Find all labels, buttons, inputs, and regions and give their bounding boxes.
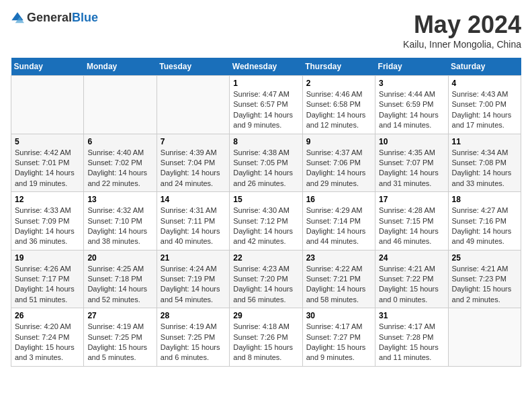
day-number: 23 bbox=[306, 253, 371, 263]
day-info: Sunrise: 4:19 AMSunset: 7:25 PMDaylight:… bbox=[87, 322, 152, 363]
day-info: Sunrise: 4:43 AMSunset: 7:00 PMDaylight:… bbox=[452, 89, 517, 131]
day-info: Sunrise: 4:33 AMSunset: 7:09 PMDaylight:… bbox=[15, 205, 80, 247]
calendar-table: SundayMondayTuesdayWednesdayThursdayFrid… bbox=[11, 58, 521, 367]
calendar-cell: 10Sunrise: 4:35 AMSunset: 7:07 PMDayligh… bbox=[375, 134, 448, 192]
calendar-cell: 7Sunrise: 4:39 AMSunset: 7:04 PMDaylight… bbox=[157, 134, 229, 192]
calendar-cell: 25Sunrise: 4:21 AMSunset: 7:23 PMDayligh… bbox=[448, 250, 521, 308]
day-info: Sunrise: 4:22 AMSunset: 7:21 PMDaylight:… bbox=[306, 264, 371, 306]
calendar-cell: 18Sunrise: 4:27 AMSunset: 7:16 PMDayligh… bbox=[448, 192, 521, 250]
day-info: Sunrise: 4:21 AMSunset: 7:23 PMDaylight:… bbox=[452, 264, 517, 306]
calendar-cell: 31Sunrise: 4:17 AMSunset: 7:28 PMDayligh… bbox=[375, 308, 448, 367]
day-number: 24 bbox=[379, 253, 444, 263]
day-info: Sunrise: 4:32 AMSunset: 7:10 PMDaylight:… bbox=[87, 205, 152, 247]
day-info: Sunrise: 4:31 AMSunset: 7:11 PMDaylight:… bbox=[161, 205, 226, 247]
day-number: 21 bbox=[161, 253, 226, 263]
weekday-header-friday: Friday bbox=[375, 58, 448, 76]
weekday-header-saturday: Saturday bbox=[448, 58, 521, 76]
calendar-cell: 26Sunrise: 4:20 AMSunset: 7:24 PMDayligh… bbox=[11, 308, 84, 367]
day-info: Sunrise: 4:25 AMSunset: 7:18 PMDaylight:… bbox=[87, 264, 152, 306]
weekday-header-wednesday: Wednesday bbox=[230, 58, 302, 76]
day-info: Sunrise: 4:34 AMSunset: 7:08 PMDaylight:… bbox=[452, 148, 517, 189]
location-title: Kailu, Inner Mongolia, China bbox=[403, 39, 521, 50]
day-number: 5 bbox=[15, 137, 80, 146]
calendar-cell: 11Sunrise: 4:34 AMSunset: 7:08 PMDayligh… bbox=[448, 134, 521, 192]
logo-blue: Blue bbox=[72, 11, 98, 24]
calendar-cell: 24Sunrise: 4:21 AMSunset: 7:22 PMDayligh… bbox=[375, 250, 448, 308]
day-info: Sunrise: 4:18 AMSunset: 7:26 PMDaylight:… bbox=[233, 322, 298, 363]
day-info: Sunrise: 4:44 AMSunset: 6:59 PMDaylight:… bbox=[379, 89, 444, 131]
calendar-cell: 13Sunrise: 4:32 AMSunset: 7:10 PMDayligh… bbox=[84, 192, 157, 250]
day-number: 30 bbox=[306, 311, 371, 320]
weekday-header-thursday: Thursday bbox=[302, 58, 375, 76]
day-number: 31 bbox=[379, 311, 444, 320]
calendar-cell: 3Sunrise: 4:44 AMSunset: 6:59 PMDaylight… bbox=[375, 76, 448, 134]
weekday-header-monday: Monday bbox=[84, 58, 157, 76]
day-info: Sunrise: 4:27 AMSunset: 7:16 PMDaylight:… bbox=[452, 205, 517, 247]
day-number: 4 bbox=[452, 79, 517, 88]
day-info: Sunrise: 4:17 AMSunset: 7:28 PMDaylight:… bbox=[379, 322, 444, 363]
calendar-cell: 30Sunrise: 4:17 AMSunset: 7:27 PMDayligh… bbox=[302, 308, 375, 367]
calendar-cell: 6Sunrise: 4:40 AMSunset: 7:02 PMDaylight… bbox=[84, 134, 157, 192]
day-info: Sunrise: 4:19 AMSunset: 7:25 PMDaylight:… bbox=[161, 322, 226, 363]
day-number: 17 bbox=[379, 195, 444, 204]
calendar-cell: 2Sunrise: 4:46 AMSunset: 6:58 PMDaylight… bbox=[302, 76, 375, 134]
svg-marker-0 bbox=[11, 12, 23, 20]
calendar-cell: 27Sunrise: 4:19 AMSunset: 7:25 PMDayligh… bbox=[84, 308, 157, 367]
day-number: 7 bbox=[161, 137, 226, 146]
day-number: 14 bbox=[161, 195, 226, 204]
weekday-header-sunday: Sunday bbox=[11, 58, 84, 76]
calendar-cell bbox=[157, 76, 229, 134]
day-number: 18 bbox=[452, 195, 517, 204]
logo-general: General bbox=[27, 11, 72, 24]
day-info: Sunrise: 4:47 AMSunset: 6:57 PMDaylight:… bbox=[233, 89, 298, 131]
week-row-2: 5Sunrise: 4:42 AMSunset: 7:01 PMDaylight… bbox=[11, 134, 521, 192]
calendar-cell: 22Sunrise: 4:23 AMSunset: 7:20 PMDayligh… bbox=[230, 250, 302, 308]
day-number: 16 bbox=[306, 195, 371, 204]
day-info: Sunrise: 4:26 AMSunset: 7:17 PMDaylight:… bbox=[15, 264, 80, 306]
day-number: 28 bbox=[161, 311, 226, 320]
calendar-cell bbox=[84, 76, 157, 134]
day-info: Sunrise: 4:20 AMSunset: 7:24 PMDaylight:… bbox=[15, 322, 80, 363]
day-info: Sunrise: 4:46 AMSunset: 6:58 PMDaylight:… bbox=[306, 89, 371, 131]
day-number: 10 bbox=[379, 137, 444, 146]
logo-icon bbox=[11, 11, 24, 25]
day-number: 22 bbox=[233, 253, 298, 263]
day-info: Sunrise: 4:37 AMSunset: 7:06 PMDaylight:… bbox=[306, 148, 371, 189]
day-info: Sunrise: 4:38 AMSunset: 7:05 PMDaylight:… bbox=[233, 148, 298, 189]
calendar-cell: 29Sunrise: 4:18 AMSunset: 7:26 PMDayligh… bbox=[230, 308, 302, 367]
day-info: Sunrise: 4:39 AMSunset: 7:04 PMDaylight:… bbox=[161, 148, 226, 189]
day-number: 19 bbox=[15, 253, 80, 263]
day-number: 29 bbox=[233, 311, 298, 320]
day-number: 1 bbox=[233, 79, 298, 88]
calendar-cell: 1Sunrise: 4:47 AMSunset: 6:57 PMDaylight… bbox=[230, 76, 302, 134]
day-info: Sunrise: 4:40 AMSunset: 7:02 PMDaylight:… bbox=[87, 148, 152, 189]
calendar-cell: 8Sunrise: 4:38 AMSunset: 7:05 PMDaylight… bbox=[230, 134, 302, 192]
calendar-cell: 20Sunrise: 4:25 AMSunset: 7:18 PMDayligh… bbox=[84, 250, 157, 308]
day-number: 25 bbox=[452, 253, 517, 263]
calendar-cell: 15Sunrise: 4:30 AMSunset: 7:12 PMDayligh… bbox=[230, 192, 302, 250]
day-info: Sunrise: 4:42 AMSunset: 7:01 PMDaylight:… bbox=[15, 148, 80, 189]
day-info: Sunrise: 4:28 AMSunset: 7:15 PMDaylight:… bbox=[379, 205, 444, 247]
calendar-cell: 12Sunrise: 4:33 AMSunset: 7:09 PMDayligh… bbox=[11, 192, 84, 250]
day-info: Sunrise: 4:23 AMSunset: 7:20 PMDaylight:… bbox=[233, 264, 298, 306]
day-info: Sunrise: 4:24 AMSunset: 7:19 PMDaylight:… bbox=[161, 264, 226, 306]
week-row-1: 1Sunrise: 4:47 AMSunset: 6:57 PMDaylight… bbox=[11, 76, 521, 134]
week-row-3: 12Sunrise: 4:33 AMSunset: 7:09 PMDayligh… bbox=[11, 192, 521, 250]
day-number: 6 bbox=[87, 137, 152, 146]
calendar-cell bbox=[448, 308, 521, 367]
calendar-cell: 17Sunrise: 4:28 AMSunset: 7:15 PMDayligh… bbox=[375, 192, 448, 250]
calendar-cell: 4Sunrise: 4:43 AMSunset: 7:00 PMDaylight… bbox=[448, 76, 521, 134]
day-info: Sunrise: 4:29 AMSunset: 7:14 PMDaylight:… bbox=[306, 205, 371, 247]
day-number: 20 bbox=[87, 253, 152, 263]
day-number: 26 bbox=[15, 311, 80, 320]
calendar-cell: 23Sunrise: 4:22 AMSunset: 7:21 PMDayligh… bbox=[302, 250, 375, 308]
calendar-cell: 5Sunrise: 4:42 AMSunset: 7:01 PMDaylight… bbox=[11, 134, 84, 192]
day-number: 9 bbox=[306, 137, 371, 146]
day-info: Sunrise: 4:30 AMSunset: 7:12 PMDaylight:… bbox=[233, 205, 298, 247]
logo: GeneralBlue bbox=[11, 11, 98, 25]
month-title: May 2024 bbox=[403, 11, 521, 39]
day-info: Sunrise: 4:35 AMSunset: 7:07 PMDaylight:… bbox=[379, 148, 444, 189]
calendar-cell: 19Sunrise: 4:26 AMSunset: 7:17 PMDayligh… bbox=[11, 250, 84, 308]
weekday-header-row: SundayMondayTuesdayWednesdayThursdayFrid… bbox=[11, 58, 521, 76]
day-number: 8 bbox=[233, 137, 298, 146]
